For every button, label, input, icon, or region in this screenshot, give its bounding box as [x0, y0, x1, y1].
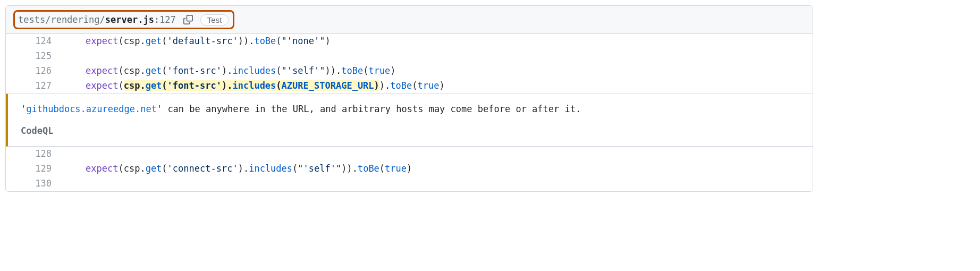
code-content: expect(csp.get('font-src').includes(AZUR… [64, 79, 445, 92]
panel-header: tests/rendering/server.js:127 Test [6, 6, 813, 34]
test-badge[interactable]: Test [200, 14, 229, 26]
code-body: 124 expect(csp.get('default-src')).toBe(… [6, 34, 813, 191]
line-number[interactable]: 124 [6, 34, 64, 48]
code-panel: tests/rendering/server.js:127 Test 124 e… [5, 5, 813, 192]
line-number[interactable]: 126 [6, 64, 64, 78]
code-content: expect(csp.get('default-src')).toBe("'no… [64, 34, 331, 48]
copy-icon [183, 15, 193, 24]
alert-host-link[interactable]: githubdocs.azureedge.net [26, 104, 157, 114]
header-highlight-box: tests/rendering/server.js:127 Test [13, 10, 234, 29]
code-line: 127 expect(csp.get('font-src').includes(… [6, 79, 813, 94]
code-line: 130 [6, 176, 813, 191]
line-number[interactable]: 128 [6, 147, 64, 160]
line-number[interactable]: 130 [6, 176, 64, 190]
file-path: tests/rendering/ [18, 14, 105, 25]
line-ref: :127 [154, 14, 176, 25]
alert-message: 'githubdocs.azureedge.net' can be anywhe… [21, 101, 803, 117]
code-content: expect(csp.get('connect-src').includes("… [64, 162, 412, 175]
line-number[interactable]: 127 [6, 79, 64, 92]
copy-button[interactable] [181, 13, 195, 27]
code-line: 125 [6, 49, 813, 64]
file-name: server.js [105, 14, 154, 25]
line-number[interactable]: 129 [6, 162, 64, 175]
code-content: expect(csp.get('font-src').includes("'se… [64, 64, 396, 78]
line-number[interactable]: 125 [6, 49, 64, 63]
code-line: 128 [6, 147, 813, 162]
alert-source: CodeQL [21, 123, 803, 139]
code-line: 129 expect(csp.get('connect-src').includ… [6, 162, 813, 176]
code-line: 126 expect(csp.get('font-src').includes(… [6, 64, 813, 79]
codeql-alert: 'githubdocs.azureedge.net' can be anywhe… [6, 94, 813, 147]
code-line: 124 expect(csp.get('default-src')).toBe(… [6, 34, 813, 49]
file-location[interactable]: tests/rendering/server.js:127 [18, 14, 176, 25]
